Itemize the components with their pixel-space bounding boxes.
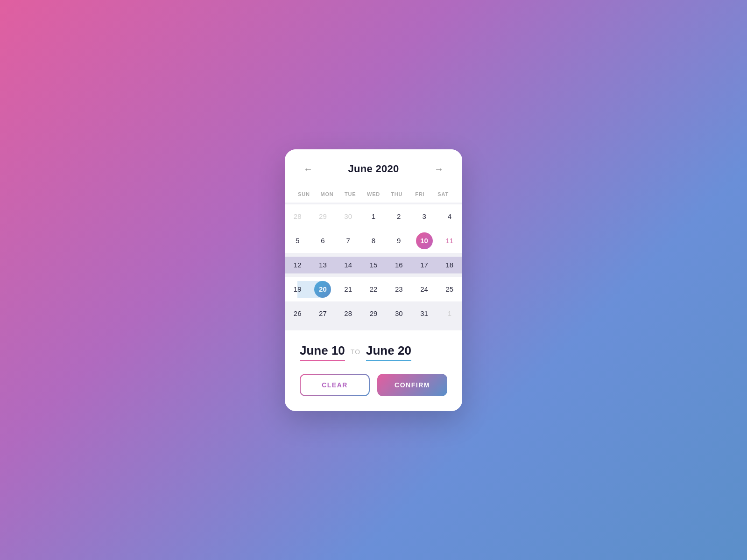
day-header-sat: SAT (431, 189, 455, 199)
confirm-button-wrapper[interactable]: CONFIRM (377, 374, 447, 396)
day-cell[interactable]: 22 (361, 277, 386, 301)
confirm-button[interactable]: CONFIRM (378, 375, 446, 395)
day-cell[interactable]: 14 (336, 253, 361, 277)
week-row: 28 29 30 1 2 3 4 (285, 204, 462, 229)
month-title: June 2020 (348, 163, 399, 175)
day-header-sun: SUN (292, 189, 316, 199)
day-header-mon: MON (316, 189, 339, 199)
day-cell[interactable]: 26 (285, 301, 310, 326)
week-row: 12 13 14 15 16 (285, 253, 462, 277)
prev-month-button[interactable]: ← (300, 162, 317, 175)
day-headers: SUN MON TUE WED THU FRI SAT (285, 184, 462, 203)
day-cell[interactable]: 5 (285, 229, 310, 253)
day-cell-10[interactable]: 10 (411, 229, 437, 253)
day-header-wed: WED (362, 189, 385, 199)
day-cell[interactable]: 18 (437, 253, 462, 277)
day-cell[interactable]: 12 (285, 253, 310, 277)
day-cell[interactable]: 28 (336, 301, 361, 326)
day-cell[interactable]: 8 (361, 229, 386, 253)
day-header-fri: FRI (409, 189, 432, 199)
day-cell[interactable]: 4 (437, 204, 462, 229)
day-cell-20[interactable]: 20 (310, 277, 335, 301)
day-cell[interactable]: 16 (386, 253, 411, 277)
day-cell[interactable]: 3 (411, 204, 437, 229)
day-cell[interactable]: 17 (411, 253, 437, 277)
clear-button[interactable]: CLEAR (301, 375, 369, 395)
day-cell[interactable]: 29 (310, 204, 335, 229)
day-cell[interactable]: 2 (386, 204, 411, 229)
day-cell[interactable]: 9 (386, 229, 411, 253)
day-cell[interactable]: 25 (437, 277, 462, 301)
day-cell[interactable]: 28 (285, 204, 310, 229)
day-cell[interactable]: 23 (386, 277, 411, 301)
day-cell[interactable]: 27 (310, 301, 335, 326)
day-cell[interactable]: 21 (336, 277, 361, 301)
calendar-body: SUN MON TUE WED THU FRI SAT 28 29 30 1 2… (285, 184, 462, 330)
day-cell[interactable]: 1 (361, 204, 386, 229)
day-cell[interactable]: 6 (310, 229, 335, 253)
day-cell[interactable]: 31 (411, 301, 437, 326)
next-month-button[interactable]: → (430, 162, 447, 175)
day-cell[interactable]: 13 (310, 253, 335, 277)
date-range-display: June 10 TO June 20 (300, 343, 447, 361)
calendar-header: ← June 2020 → (285, 149, 462, 184)
to-label: TO (351, 348, 360, 356)
week-row: 5 6 7 8 9 10 11 (285, 229, 462, 253)
action-buttons: CLEAR CONFIRM (300, 374, 447, 396)
day-cell[interactable]: 15 (361, 253, 386, 277)
bottom-panel: June 10 TO June 20 CLEAR CONFIRM (285, 330, 462, 411)
day-cell-11[interactable]: 11 (437, 229, 462, 253)
start-date: June 10 (300, 343, 345, 361)
day-cell-19[interactable]: 19 (285, 277, 310, 301)
day-cell[interactable]: 30 (386, 301, 411, 326)
day-cell[interactable]: 7 (336, 229, 361, 253)
day-header-thu: THU (385, 189, 409, 199)
day-cell[interactable]: 24 (411, 277, 437, 301)
day-header-tue: TUE (338, 189, 362, 199)
day-cell[interactable]: 1 (437, 301, 462, 326)
week-row: 19 20 21 22 23 24 25 (285, 277, 462, 301)
day-cell[interactable]: 29 (361, 301, 386, 326)
clear-button-wrapper[interactable]: CLEAR (300, 374, 370, 396)
day-cell[interactable]: 30 (336, 204, 361, 229)
week-row: 26 27 28 29 30 31 1 (285, 301, 462, 326)
end-date: June 20 (366, 343, 411, 361)
calendar-card: ← June 2020 → SUN MON TUE WED THU FRI SA… (285, 149, 462, 411)
